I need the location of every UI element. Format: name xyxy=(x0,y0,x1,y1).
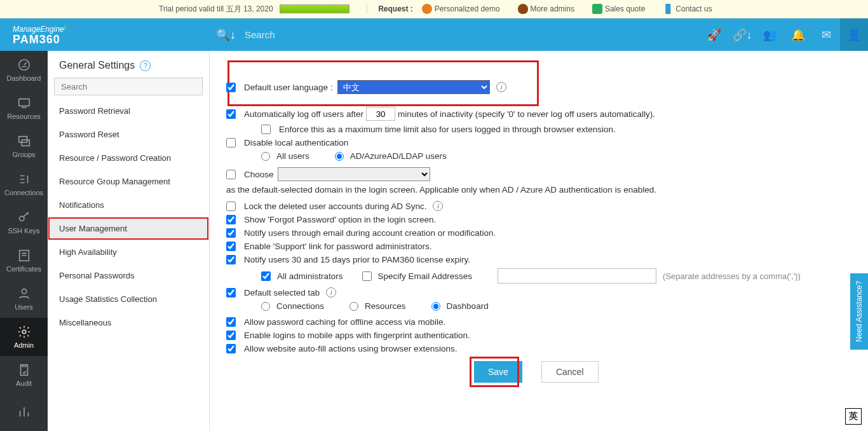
sidebar-item-high-availability[interactable]: High Availability xyxy=(48,240,209,264)
checkbox-enable-support[interactable] xyxy=(226,242,236,251)
nav-ssh-keys[interactable]: SSH Keys xyxy=(0,203,48,242)
link-contact-us[interactable]: Contact us xyxy=(663,4,712,14)
checkbox-notify-email[interactable] xyxy=(226,228,236,238)
input-email-addresses[interactable] xyxy=(498,268,656,284)
info-icon[interactable]: i xyxy=(433,201,443,211)
checkbox-disable-local-auth[interactable] xyxy=(226,138,236,147)
checkbox-default-tab[interactable] xyxy=(226,288,236,298)
radio-ad-users[interactable]: AD/AzureAD/LDAP users xyxy=(335,151,447,161)
bell-icon[interactable]: 🔔 xyxy=(784,18,812,51)
search-input[interactable] xyxy=(245,29,435,40)
sidebar-item-user-management[interactable]: User Management xyxy=(48,217,209,240)
checkbox-allow-caching[interactable] xyxy=(226,317,236,327)
sidebar-item-usage-statistics[interactable]: Usage Statistics Collection xyxy=(48,287,209,311)
settings-sidebar: General Settings ? Password Retrieval Pa… xyxy=(48,51,210,431)
checkbox-choose-domain[interactable] xyxy=(226,170,236,179)
mail-icon[interactable]: ✉ xyxy=(812,18,840,51)
info-icon[interactable]: i xyxy=(496,82,506,92)
nav-dashboard[interactable]: Dashboard xyxy=(0,51,48,89)
select-default-language[interactable]: 中文 xyxy=(337,80,490,94)
svg-rect-3 xyxy=(22,140,29,146)
admins-icon xyxy=(518,4,528,14)
svg-point-4 xyxy=(19,216,24,221)
search-icon: 🔍↓ xyxy=(216,28,236,42)
input-logoff-minutes[interactable] xyxy=(366,107,395,121)
svg-point-6 xyxy=(22,289,26,294)
radio-tab-dashboard[interactable]: Dashboard xyxy=(431,301,489,311)
phone-icon xyxy=(663,4,673,14)
settings-form: Default user language : 中文 i Automatical… xyxy=(210,51,868,431)
nav-sidebar: Dashboard Resources Groups Connections S… xyxy=(0,51,48,431)
main-header: ManageEngine) PAM360 🔍↓ 🚀 🔗↓ 👥 🔔 ✉ 👤 xyxy=(0,18,868,51)
sidebar-item-miscellaneous[interactable]: Miscellaneous xyxy=(48,311,209,334)
nav-resources[interactable]: Resources xyxy=(0,89,48,127)
link-more-admins[interactable]: More admins xyxy=(518,4,574,14)
checkbox-auto-logoff[interactable] xyxy=(226,109,236,119)
demo-icon xyxy=(422,4,432,14)
trial-bar: Trial period valid till 五月 13, 2020 │ Re… xyxy=(0,0,868,18)
checkbox-fingerprint[interactable] xyxy=(226,331,236,340)
trial-progress-bar xyxy=(280,4,349,13)
sidebar-item-notifications[interactable]: Notifications xyxy=(48,193,209,217)
svg-point-7 xyxy=(22,330,26,334)
checkbox-lock-deleted[interactable] xyxy=(226,202,236,211)
link-personalized-demo[interactable]: Personalized demo xyxy=(422,4,500,14)
checkbox-forgot-password[interactable] xyxy=(226,215,236,224)
checkbox-default-language[interactable] xyxy=(226,83,236,92)
sidebar-item-password-reset[interactable]: Password Reset xyxy=(48,123,209,146)
link-sales-quote[interactable]: Sales quote xyxy=(592,4,645,14)
link-icon[interactable]: 🔗↓ xyxy=(728,18,756,51)
ime-indicator[interactable]: 英 xyxy=(845,408,862,425)
sidebar-item-personal-passwords[interactable]: Personal Passwords xyxy=(48,264,209,287)
nav-connections[interactable]: Connections xyxy=(0,165,48,203)
logo[interactable]: ManageEngine) PAM360 xyxy=(0,24,210,45)
sidebar-item-resource-password-creation[interactable]: Resource / Password Creation xyxy=(48,146,209,170)
cancel-button[interactable]: Cancel xyxy=(541,361,599,383)
nav-reports[interactable] xyxy=(0,394,48,431)
checkbox-all-admins[interactable]: All administrators xyxy=(261,271,343,281)
quote-icon xyxy=(592,4,602,14)
checkbox-notify-expiry[interactable] xyxy=(226,255,236,264)
nav-admin[interactable]: Admin xyxy=(0,318,48,356)
global-search[interactable]: 🔍↓ xyxy=(210,18,700,51)
rocket-icon[interactable]: 🚀 xyxy=(700,18,728,51)
settings-title: General Settings ? xyxy=(48,51,209,78)
people-icon[interactable]: 👥 xyxy=(756,18,784,51)
checkbox-autofill[interactable] xyxy=(226,344,236,353)
svg-rect-1 xyxy=(18,99,29,106)
info-icon[interactable]: i xyxy=(326,287,336,298)
radio-tab-connections[interactable]: Connections xyxy=(261,301,324,311)
nav-users[interactable]: Users xyxy=(0,280,48,318)
sidebar-item-resource-group-management[interactable]: Resource Group Management xyxy=(48,170,209,193)
checkbox-enforce-extension[interactable] xyxy=(261,125,271,134)
profile-icon[interactable]: 👤 xyxy=(840,18,868,51)
request-label: Request : xyxy=(378,4,413,13)
settings-search-input[interactable] xyxy=(54,78,203,95)
save-button[interactable]: Save xyxy=(474,361,522,383)
sidebar-item-password-retrieval[interactable]: Password Retrieval xyxy=(48,99,209,123)
svg-rect-2 xyxy=(18,137,27,142)
nav-audit[interactable]: Audit xyxy=(0,356,48,394)
radio-tab-resources[interactable]: Resources xyxy=(349,301,406,311)
trial-period-text: Trial period valid till 五月 13, 2020 xyxy=(159,4,273,15)
nav-groups[interactable]: Groups xyxy=(0,127,48,165)
help-icon[interactable]: ? xyxy=(140,60,151,71)
radio-all-users[interactable]: All users xyxy=(261,151,309,161)
checkbox-specify-email[interactable]: Specify Email Addresses xyxy=(362,271,473,281)
select-default-domain[interactable] xyxy=(278,167,430,181)
need-assistance-tab[interactable]: Need Assistance? xyxy=(850,273,868,350)
domain-note: as the default-selected domain in the lo… xyxy=(226,185,851,195)
nav-certificates[interactable]: Certificates xyxy=(0,242,48,280)
